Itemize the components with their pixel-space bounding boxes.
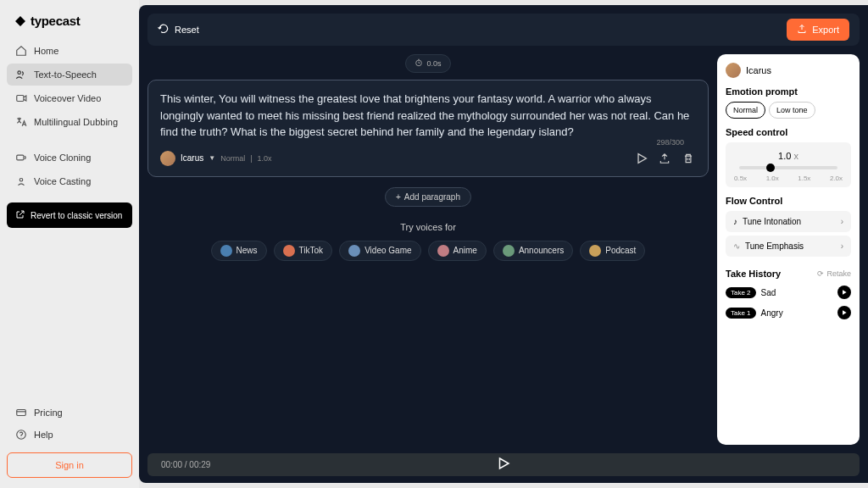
panel-avatar [726, 63, 741, 78]
plus-icon: + [396, 192, 401, 202]
take-play-button[interactable] [837, 286, 851, 299]
pill-avatar [589, 245, 601, 257]
sidebar-item-tts[interactable]: Text-to-Speech [7, 64, 132, 86]
pill-label: Anime [453, 246, 477, 255]
duration-badge[interactable]: 0.0s [405, 54, 450, 73]
duration-value: 0.0s [426, 59, 441, 68]
editor-area: 0.0s This winter, You will witness the g… [147, 54, 709, 445]
logo-icon [14, 14, 27, 28]
voice-speed: 1.0x [258, 154, 272, 163]
sidebar-item-dubbing[interactable]: Multilingual Dubbing [7, 111, 132, 133]
pill-avatar [437, 245, 449, 257]
sidebar-item-cloning[interactable]: Voice Cloning [7, 147, 132, 169]
export-icon [797, 24, 807, 36]
sidebar-item-label: Voiceover Video [34, 93, 101, 103]
reset-icon [158, 23, 170, 36]
sidebar-item-help[interactable]: Help [7, 424, 132, 446]
chevron-right-icon: › [841, 217, 843, 226]
take-row: Take 1Angry [726, 306, 851, 319]
svg-point-0 [18, 71, 21, 75]
sidebar-item-label: Voice Cloning [34, 152, 91, 163]
export-label: Export [812, 25, 839, 35]
revert-button[interactable]: Revert to classic version [7, 202, 132, 228]
sidebar-item-label: Text-to-Speech [34, 69, 97, 80]
flow-intonation[interactable]: ♪Tune Intonation › [726, 211, 851, 232]
take-row: Take 2Sad [726, 286, 851, 299]
help-icon [15, 429, 27, 441]
translate-icon [15, 116, 27, 128]
brand-name: typecast [31, 14, 80, 28]
external-icon [15, 209, 25, 221]
flow-title: Flow Control [726, 196, 851, 206]
text-card: This winter, You will witness the greate… [147, 80, 709, 177]
sidebar-item-label: Home [34, 46, 58, 56]
signin-label: Sign in [55, 460, 84, 470]
svg-point-3 [19, 179, 23, 182]
take-play-button[interactable] [837, 306, 851, 319]
add-paragraph-button[interactable]: + Add paragraph [385, 187, 471, 207]
home-icon [15, 45, 27, 57]
history-title: Take History [726, 269, 781, 279]
chevron-down-icon: ▼ [209, 154, 215, 162]
voice-pill-announcers[interactable]: Announcers [493, 241, 573, 261]
voice-pill-video-game[interactable]: Video Game [339, 241, 420, 261]
pill-avatar [283, 245, 295, 257]
play-icon[interactable] [635, 152, 648, 165]
speed-unit: x [793, 151, 798, 161]
wave-icon: ∿ [733, 241, 740, 251]
flow-emphasis[interactable]: ∿Tune Emphasis › [726, 236, 851, 257]
take-label: Sad [761, 288, 776, 297]
voice-pill-tiktok[interactable]: TikTok [274, 241, 333, 261]
retake-button[interactable]: ⟳ Retake [817, 269, 851, 278]
reset-button[interactable]: Reset [158, 23, 199, 36]
share-icon[interactable] [659, 152, 672, 165]
sidebar-item-label: Voice Casting [34, 176, 91, 186]
pill-label: Video Game [364, 246, 411, 255]
right-panel: Icarus Emotion prompt Normal Low tone Sp… [717, 54, 860, 445]
emotion-lowtone[interactable]: Low tone [769, 102, 815, 119]
speed-value: 1.0 [778, 151, 791, 161]
note-icon: ♪ [733, 217, 737, 226]
sidebar-item-pricing[interactable]: Pricing [7, 402, 132, 424]
logo[interactable]: typecast [7, 10, 132, 40]
voice-pill-anime[interactable]: Anime [428, 241, 487, 261]
voice-pills: NewsTikTokVideo GameAnimeAnnouncersPodca… [211, 241, 646, 261]
voice-name: Icarus [181, 153, 203, 163]
pill-avatar [348, 245, 360, 257]
slider-thumb[interactable] [766, 164, 775, 172]
sidebar-item-label: Pricing [34, 408, 63, 418]
player-play-button[interactable] [496, 456, 511, 474]
pill-label: News [236, 246, 258, 255]
sidebar-item-casting[interactable]: Voice Casting [7, 170, 132, 192]
sidebar-item-label: Help [34, 430, 53, 440]
char-count: 298/300 [656, 138, 684, 147]
voice-pill-podcast[interactable]: Podcast [580, 241, 645, 261]
take-badge: Take 1 [726, 308, 756, 319]
pill-label: Announcers [519, 246, 564, 255]
svg-rect-1 [17, 96, 24, 102]
voice-pill-news[interactable]: News [211, 241, 267, 261]
take-badge: Take 2 [726, 287, 756, 298]
card-icon [15, 407, 27, 419]
trash-icon[interactable] [682, 152, 696, 165]
video-icon [15, 92, 27, 104]
speed-slider[interactable] [739, 166, 837, 169]
player-time: 00:00 / 00:29 [161, 460, 210, 469]
voice-selector[interactable]: Icarus ▼ Normal | 1.0x [160, 151, 272, 166]
sidebar-item-voiceover[interactable]: Voiceover Video [7, 87, 132, 109]
take-label: Angry [761, 308, 783, 318]
export-button[interactable]: Export [787, 19, 849, 41]
topbar: Reset Export [147, 14, 860, 46]
retake-icon: ⟳ [817, 269, 824, 278]
text-input[interactable]: This winter, You will witness the greate… [160, 91, 696, 141]
main-area: Reset Export 0.0s This winter, You will … [139, 5, 868, 483]
chevron-right-icon: › [841, 241, 843, 251]
revert-label: Revert to classic version [31, 211, 122, 220]
pill-label: Podcast [605, 246, 636, 255]
sidebar-item-home[interactable]: Home [7, 40, 132, 62]
pill-avatar [220, 245, 232, 257]
signin-button[interactable]: Sign in [7, 452, 132, 478]
svg-rect-4 [17, 410, 26, 416]
emotion-normal[interactable]: Normal [726, 102, 765, 119]
panel-voice-name: Icarus [746, 65, 771, 75]
